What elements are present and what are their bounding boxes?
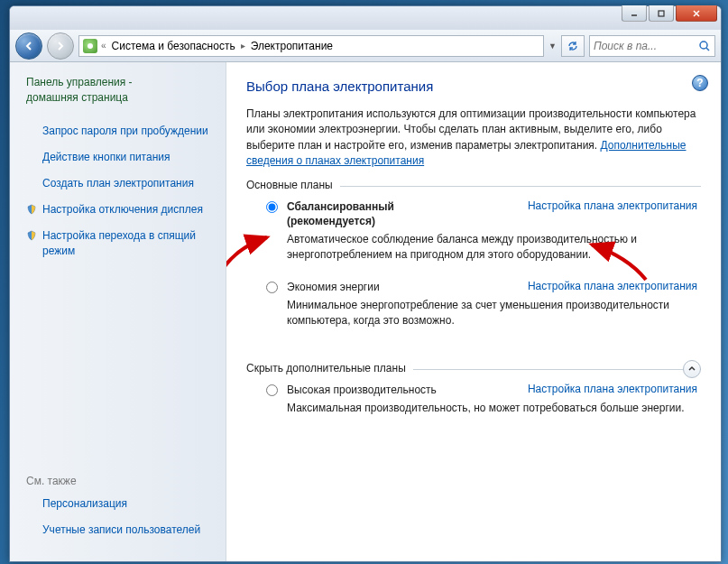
search-input[interactable]: [594, 40, 696, 52]
sidebar: Панель управления - домашняя страница За…: [10, 62, 226, 561]
page-title: Выбор плана электропитания: [246, 79, 701, 94]
control-panel-home-link[interactable]: Панель управления - домашняя страница: [26, 75, 217, 106]
breadcrumb-dropdown-icon[interactable]: ▼: [548, 42, 557, 51]
plan-saver-settings-link[interactable]: Настройка плана электропитания: [449, 280, 697, 292]
see-also-heading: См. также: [26, 475, 217, 487]
breadcrumb-item-power[interactable]: Электропитание: [249, 40, 335, 52]
collapse-button[interactable]: [683, 360, 701, 378]
control-panel-icon: [83, 39, 97, 53]
shield-icon: [26, 204, 37, 215]
plan-saver-desc: Минимальное энергопотребление за счет ум…: [287, 298, 697, 329]
plan-saver-title: Экономия энергии: [287, 281, 380, 293]
sidebar-item-label: Создать план электропитания: [42, 176, 194, 190]
plan-balanced-desc: Автоматическое соблюдение баланса между …: [287, 232, 697, 264]
sidebar-link-power-button[interactable]: Действие кнопки питания: [26, 150, 217, 164]
breadcrumb-item-system[interactable]: Система и безопасность: [110, 40, 237, 52]
plan-balanced: Сбалансированный (рекомендуется) Настрой…: [250, 199, 697, 264]
search-box[interactable]: [589, 35, 715, 57]
home-link-line2: домашняя страница: [26, 91, 128, 104]
sidebar-item-label: Учетные записи пользователей: [42, 522, 200, 537]
nav-back-button[interactable]: [15, 32, 42, 60]
control-panel-window: « Система и безопасность ▸ Электропитани…: [9, 5, 722, 562]
help-icon[interactable]: ?: [692, 75, 708, 91]
main-plans-group: Основные планы Сбалансированный (рекомен…: [246, 186, 701, 351]
page-description: Планы электропитания используются для оп…: [246, 106, 701, 170]
sidebar-item-label: Настройка перехода в спящий режим: [42, 228, 217, 257]
home-link-line1: Панель управления -: [26, 76, 133, 88]
breadcrumb[interactable]: « Система и безопасность ▸ Электропитани…: [78, 35, 544, 57]
plan-balanced-radio[interactable]: [266, 201, 278, 213]
chevron-right-icon: «: [99, 41, 108, 51]
refresh-button[interactable]: [561, 35, 585, 57]
maximize-button[interactable]: [649, 5, 674, 22]
plan-saver: Экономия энергии Настройка плана электро…: [250, 280, 697, 329]
minimize-button[interactable]: [622, 5, 647, 22]
navbar: « Система и безопасность ▸ Электропитани…: [10, 30, 721, 62]
close-button[interactable]: [676, 5, 717, 22]
svg-point-4: [88, 43, 93, 49]
plan-high-desc: Максимальная производительность, но може…: [287, 401, 697, 416]
plan-high-radio[interactable]: [266, 384, 278, 396]
sidebar-link-sleep[interactable]: Настройка перехода в спящий режим: [26, 228, 217, 257]
plan-high: Высокая производительность Настройка пла…: [250, 383, 697, 417]
svg-line-6: [706, 48, 709, 51]
svg-point-5: [700, 42, 707, 49]
sidebar-item-label: Персонализация: [42, 496, 127, 511]
additional-plans-group: Скрыть дополнительные планы Высокая прои…: [246, 369, 701, 439]
search-icon: [698, 40, 711, 52]
sidebar-link-display-off[interactable]: Настройка отключения дисплея: [26, 202, 217, 217]
sidebar-item-label: Настройка отключения дисплея: [42, 202, 203, 217]
see-also-personalization[interactable]: Персонализация: [26, 496, 217, 511]
nav-forward-button[interactable]: [47, 32, 74, 60]
titlebar: [10, 6, 721, 30]
plan-balanced-subtitle: (рекомендуется): [287, 215, 375, 227]
plan-saver-radio[interactable]: [266, 282, 278, 293]
sidebar-item-label: Запрос пароля при пробуждении: [42, 124, 208, 138]
shield-icon: [26, 230, 37, 241]
chevron-right-icon: ▸: [239, 41, 247, 51]
sidebar-item-label: Действие кнопки питания: [42, 150, 170, 164]
sidebar-link-create-plan[interactable]: Создать план электропитания: [26, 176, 217, 190]
sidebar-link-password[interactable]: Запрос пароля при пробуждении: [26, 124, 217, 138]
plan-high-settings-link[interactable]: Настройка плана электропитания: [449, 383, 697, 395]
plan-balanced-title: Сбалансированный: [287, 200, 394, 213]
svg-rect-1: [659, 11, 664, 16]
plan-balanced-settings-link[interactable]: Настройка плана электропитания: [449, 199, 697, 212]
additional-plans-legend: Скрыть дополнительные планы: [246, 362, 413, 374]
see-also-user-accounts[interactable]: Учетные записи пользователей: [26, 522, 217, 537]
main-panel: ? Выбор плана электропитания Планы элект…: [226, 62, 721, 561]
main-plans-legend: Основные планы: [246, 179, 340, 191]
plan-high-title: Высокая производительность: [287, 384, 437, 396]
